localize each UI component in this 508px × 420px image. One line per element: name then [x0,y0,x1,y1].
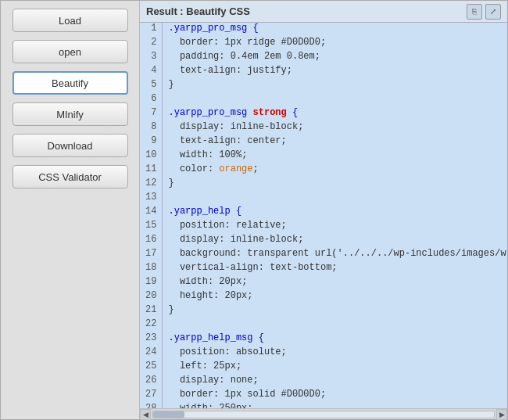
line-number: 24 [140,346,162,361]
line-number: 20 [140,290,162,304]
line-number: 14 [140,206,162,220]
line-number: 10 [140,149,162,163]
code-line: 26 display: none; [140,375,507,389]
line-number: 15 [140,220,162,234]
line-content: } [162,79,507,93]
line-content: .yarpp_help { [162,206,507,220]
code-line: 24 position: absolute; [140,346,507,361]
code-line: 27 border: 1px solid #D0D0D0; [140,389,507,403]
code-line: 20 height: 20px; [140,290,507,304]
code-line: 10 width: 100%; [140,149,507,163]
line-number: 12 [140,178,162,192]
code-line: 13 [140,192,507,206]
line-number: 21 [140,304,162,318]
line-content: width: 20px; [162,276,507,290]
code-line: 19 width: 20px; [140,276,507,290]
line-content: position: relative; [162,220,507,234]
sidebar: LoadopenBeautifyMInifyDownloadCSS Valida… [1,1,140,419]
line-number: 5 [140,79,162,93]
line-number: 2 [140,37,162,51]
bottom-scrollbar: ◀ ▶ [140,408,507,419]
line-number: 27 [140,389,162,403]
code-line: 15 position: relative; [140,220,507,234]
sidebar-btn-css-validator[interactable]: CSS Validator [13,165,128,188]
line-content: } [162,304,507,318]
code-table: 1.yarpp_pro_msg {2 border: 1px ridge #D0… [140,23,507,408]
line-content: display: none; [162,375,507,389]
line-content [162,93,507,107]
line-number: 25 [140,361,162,375]
line-content [162,192,507,206]
line-number: 28 [140,403,162,408]
line-number: 16 [140,234,162,248]
line-content: color: orange; [162,163,507,178]
code-line: 23.yarpp_help_msg { [140,332,507,346]
scroll-left-arrow[interactable]: ◀ [140,409,151,420]
line-number: 7 [140,107,162,121]
line-content: text-align: justify; [162,65,507,79]
line-content: .yarpp_pro_msg strong { [162,107,507,121]
scroll-thumb [153,411,184,418]
code-line: 1.yarpp_pro_msg { [140,23,507,37]
line-content: border: 1px ridge #D0D0D0; [162,37,507,51]
code-line: 9 text-align: center; [140,135,507,149]
line-content: vertical-align: text-bottom; [162,262,507,276]
code-line: 7.yarpp_pro_msg strong { [140,107,507,121]
app-container: LoadopenBeautifyMInifyDownloadCSS Valida… [0,0,508,420]
expand-icon: ⤢ [490,7,496,16]
sidebar-btn-minify[interactable]: MInify [13,102,128,126]
code-line: 21} [140,304,507,318]
code-line: 11 color: orange; [140,163,507,178]
code-scroll[interactable]: 1.yarpp_pro_msg {2 border: 1px ridge #D0… [140,23,507,408]
code-line: 5} [140,79,507,93]
line-number: 26 [140,375,162,389]
code-line: 4 text-align: justify; [140,65,507,79]
line-content: width: 100%; [162,149,507,163]
line-content [162,318,507,332]
main-panel: Result : Beautify CSS ⎘ ⤢ 1.yarpp_pro_ms… [140,1,507,419]
copy-icon: ⎘ [472,7,477,16]
line-content: background: transparent url('../../../wp… [162,248,507,262]
line-number: 23 [140,332,162,346]
line-number: 9 [140,135,162,149]
scroll-track[interactable] [152,411,495,418]
code-line: 6 [140,93,507,107]
line-number: 19 [140,276,162,290]
line-content: position: absolute; [162,346,507,361]
code-line: 22 [140,318,507,332]
code-line: 14.yarpp_help { [140,206,507,220]
code-line: 25 left: 25px; [140,361,507,375]
expand-button[interactable]: ⤢ [485,4,501,20]
line-content: } [162,178,507,192]
sidebar-btn-beautify[interactable]: Beautify [13,71,128,95]
line-content: display: inline-block; [162,121,507,135]
code-line: 18 vertical-align: text-bottom; [140,262,507,276]
result-title: Result : Beautify CSS [146,5,250,17]
code-line: 2 border: 1px ridge #D0D0D0; [140,37,507,51]
header-icons: ⎘ ⤢ [467,4,501,20]
line-content: height: 20px; [162,290,507,304]
line-number: 17 [140,248,162,262]
sidebar-btn-download[interactable]: Download [13,134,128,157]
result-header: Result : Beautify CSS ⎘ ⤢ [140,1,507,23]
line-content: display: inline-block; [162,234,507,248]
line-number: 3 [140,51,162,65]
line-content: left: 25px; [162,361,507,375]
line-number: 11 [140,163,162,178]
sidebar-btn-open[interactable]: open [13,40,128,63]
line-content: padding: 0.4em 2em 0.8em; [162,51,507,65]
copy-button[interactable]: ⎘ [467,4,482,20]
line-number: 1 [140,23,162,37]
line-content: width: 250px; [162,403,507,408]
code-line: 16 display: inline-block; [140,234,507,248]
sidebar-btn-load[interactable]: Load [13,9,128,32]
line-number: 4 [140,65,162,79]
line-number: 13 [140,192,162,206]
code-line: 8 display: inline-block; [140,121,507,135]
line-content: .yarpp_pro_msg { [162,23,507,37]
line-content: .yarpp_help_msg { [162,332,507,346]
line-number: 8 [140,121,162,135]
scroll-right-arrow[interactable]: ▶ [496,409,507,420]
line-number: 18 [140,262,162,276]
code-line: 3 padding: 0.4em 2em 0.8em; [140,51,507,65]
